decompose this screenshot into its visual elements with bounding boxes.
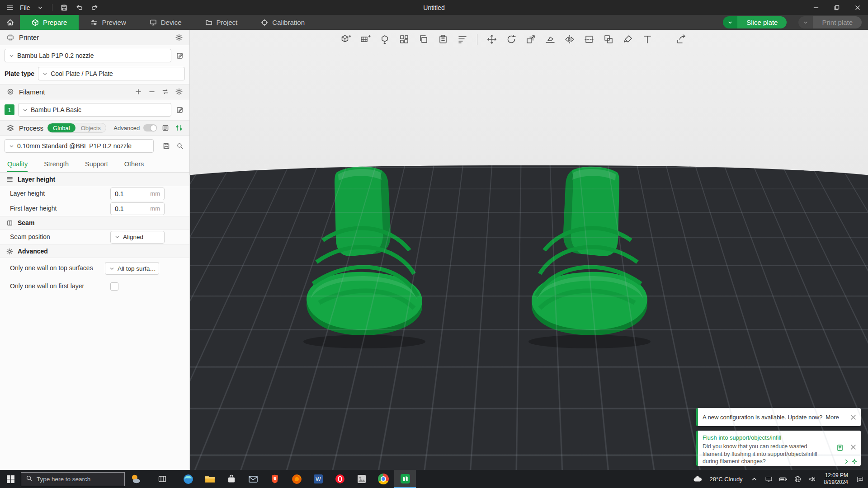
print-plate-button[interactable]: Print plate [798, 16, 862, 28]
first-layer-height-input[interactable]: 0.1 mm [110, 202, 165, 215]
layer-height-input[interactable]: 0.1 mm [110, 188, 165, 200]
search-parameters-icon[interactable] [175, 141, 185, 151]
scale-icon[interactable] [524, 33, 538, 46]
clone-icon[interactable] [602, 33, 615, 46]
edit-filament-icon[interactable] [175, 105, 185, 115]
photos-icon[interactable] [351, 470, 373, 488]
filament-settings-gear-icon[interactable] [174, 87, 184, 97]
save-project-icon[interactable] [59, 2, 70, 13]
weather-widget-icon[interactable] [125, 470, 146, 488]
brave-icon[interactable] [264, 470, 286, 488]
viewport-3d[interactable] [190, 30, 868, 470]
tab-strength[interactable]: Strength [44, 156, 69, 172]
filament-select[interactable]: Bambu PLA Basic [18, 103, 171, 117]
start-button[interactable] [0, 470, 21, 488]
firefox-icon[interactable] [286, 470, 307, 488]
wiki-document-icon[interactable] [836, 444, 844, 453]
remove-filament-icon[interactable] [147, 87, 157, 97]
process-scope-toggle[interactable]: Global Objects [47, 123, 106, 133]
seam-position-select[interactable]: Aligned [110, 231, 165, 244]
parameter-list-icon[interactable] [160, 123, 170, 133]
cut-icon[interactable] [582, 33, 596, 46]
auto-orient-icon[interactable] [378, 33, 392, 46]
minimize-button[interactable] [806, 0, 826, 15]
hidden-icons-chevron-icon[interactable] [748, 470, 761, 488]
home-button[interactable] [0, 15, 20, 30]
redo-icon[interactable] [90, 2, 100, 13]
save-preset-icon[interactable] [161, 141, 171, 151]
arrange-icon[interactable] [397, 33, 411, 46]
edge-icon[interactable] [177, 470, 199, 488]
printer-icon [5, 33, 15, 42]
rotate-icon[interactable] [505, 33, 518, 46]
weather-cloud-icon[interactable] [691, 470, 704, 488]
tab-preview[interactable]: Preview [79, 15, 137, 30]
opera-icon[interactable] [329, 470, 351, 488]
one-wall-top-select[interactable]: All top surfa… [105, 262, 159, 275]
chrome-icon[interactable] [373, 470, 394, 488]
update-more-link[interactable]: More [826, 414, 839, 421]
undo-icon[interactable] [74, 2, 85, 13]
weather-now-text[interactable]: 28°C Cloudy [706, 476, 746, 483]
paste-icon[interactable] [436, 33, 450, 46]
advanced-toggle-switch[interactable] [143, 124, 157, 131]
export-sliced-file-icon[interactable] [675, 33, 688, 46]
process-preset-select[interactable]: 0.10mm Standard @BBL P1P 0.2 nozzle [5, 139, 154, 153]
plate-type-select[interactable]: Cool Plate / PLA Plate [38, 67, 185, 80]
add-filament-icon[interactable] [133, 87, 143, 97]
store-icon[interactable] [221, 470, 242, 488]
printer-select[interactable]: Bambu Lab P1P 0.2 nozzle [5, 49, 171, 62]
volume-icon[interactable] [806, 470, 819, 488]
variable-layer-height-icon[interactable] [456, 33, 469, 46]
slice-options-chevron-icon[interactable] [723, 16, 737, 28]
tab-project[interactable]: Project [193, 15, 250, 30]
text-tool-icon[interactable] [641, 33, 654, 46]
move-icon[interactable] [485, 33, 499, 46]
word-icon[interactable]: W [307, 470, 329, 488]
tab-support[interactable]: Support [85, 156, 108, 172]
lay-flat-icon[interactable] [543, 33, 557, 46]
bambu-studio-icon[interactable] [394, 470, 416, 488]
next-tip-arrow-icon[interactable] [844, 459, 849, 464]
taskbar-clock[interactable]: 12:09 PM 8/19/2024 [821, 472, 852, 486]
maximize-button[interactable] [826, 0, 847, 15]
support-paint-icon[interactable] [621, 33, 635, 46]
close-icon[interactable] [850, 414, 856, 420]
taskbar-search[interactable]: Type here to search [21, 472, 125, 486]
tab-others[interactable]: Others [124, 156, 144, 172]
one-wall-first-layer-checkbox[interactable] [110, 282, 118, 291]
copy-icon[interactable] [417, 33, 430, 46]
slice-plate-button[interactable]: Slice plate [723, 16, 787, 28]
file-explorer-icon[interactable] [199, 470, 221, 488]
printer-settings-gear-icon[interactable] [174, 33, 184, 42]
tip-settings-icon[interactable] [852, 459, 857, 464]
tab-calibration[interactable]: Calibration [249, 15, 316, 30]
task-view-button[interactable] [152, 470, 173, 488]
tab-quality[interactable]: Quality [7, 156, 28, 172]
add-object-icon[interactable] [339, 33, 353, 46]
app-menu-icon[interactable] [5, 2, 15, 13]
close-icon[interactable] [850, 444, 856, 451]
tab-device[interactable]: Device [138, 15, 193, 30]
tab-label: Preview [102, 19, 126, 26]
scope-global[interactable]: Global [47, 123, 75, 132]
flush-volumes-icon[interactable] [160, 87, 170, 97]
close-button[interactable] [847, 0, 868, 15]
filament-slot-badge[interactable]: 1 [5, 104, 14, 115]
file-menu-chevron-icon[interactable] [35, 2, 46, 13]
mirror-icon[interactable] [563, 33, 576, 46]
file-menu[interactable]: File [20, 4, 30, 11]
action-center-icon[interactable] [854, 470, 866, 488]
model-sandal-left[interactable] [293, 164, 433, 352]
pc-status-icon[interactable] [763, 470, 775, 488]
print-options-chevron-icon[interactable] [798, 16, 813, 28]
battery-icon[interactable] [777, 470, 790, 488]
mail-icon[interactable] [242, 470, 264, 488]
edit-printer-icon[interactable] [175, 51, 185, 61]
model-sandal-right[interactable] [521, 164, 661, 352]
network-icon[interactable] [792, 470, 804, 488]
scope-objects[interactable]: Objects [75, 123, 106, 132]
add-plate-icon[interactable] [359, 33, 372, 46]
tab-prepare[interactable]: Prepare [20, 15, 79, 30]
compare-presets-icon[interactable] [174, 123, 184, 133]
